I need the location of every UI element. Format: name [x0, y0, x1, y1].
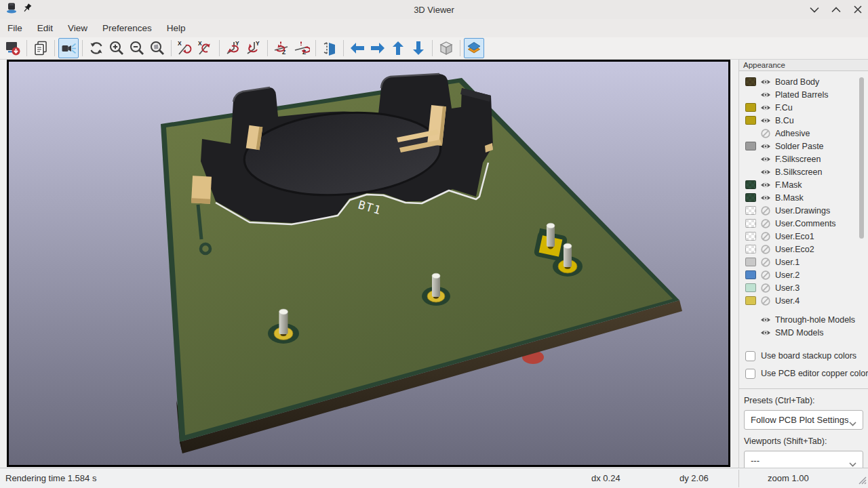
visibility-hidden-icon[interactable]	[760, 270, 771, 281]
move-up-button[interactable]	[388, 38, 408, 58]
redraw-button[interactable]	[86, 38, 106, 58]
export-image-button[interactable]	[3, 38, 23, 58]
rotate-x-counterclockwise-button[interactable]: X	[195, 38, 216, 58]
layer-row[interactable]: User.Eco2	[739, 243, 868, 256]
layer-row[interactable]: User.Eco1	[739, 230, 868, 243]
layer-color-swatch[interactable]	[745, 103, 756, 112]
menu-view[interactable]: View	[60, 20, 95, 36]
svg-text:X: X	[178, 40, 182, 47]
visibility-eye-icon[interactable]	[760, 180, 771, 190]
visibility-eye-icon[interactable]	[760, 314, 771, 325]
layer-row[interactable]: F.Cu	[739, 101, 868, 114]
layer-row[interactable]: User.Drawings	[739, 204, 868, 217]
copper-color-row[interactable]: Use PCB editor copper color	[739, 365, 868, 382]
visibility-hidden-icon[interactable]	[760, 296, 771, 306]
layer-color-swatch[interactable]	[745, 232, 756, 241]
presets-dropdown[interactable]: Follow PCB Plot Settings	[744, 410, 863, 430]
zoom-out-button[interactable]	[127, 38, 147, 58]
visibility-eye-icon[interactable]	[760, 141, 771, 152]
visibility-eye-icon[interactable]	[760, 167, 771, 178]
stackup-colors-row[interactable]: Use board stackup colors	[739, 347, 868, 365]
layer-color-swatch[interactable]	[745, 77, 756, 86]
stackup-colors-checkbox[interactable]	[745, 351, 755, 361]
visibility-eye-icon[interactable]	[760, 115, 771, 126]
visibility-hidden-icon[interactable]	[760, 205, 771, 216]
layer-row[interactable]: User.2	[739, 268, 868, 281]
toolbar-separator	[26, 40, 27, 56]
zoom-in-button[interactable]	[106, 38, 127, 58]
menu-help[interactable]: Help	[159, 20, 193, 36]
layer-color-swatch[interactable]	[745, 116, 756, 125]
layer-row[interactable]: Through-hole Models	[739, 313, 868, 326]
visibility-eye-icon[interactable]	[760, 102, 771, 113]
zoom-to-fit-button[interactable]	[147, 38, 167, 58]
layer-label: B.Silkscreen	[775, 167, 822, 177]
render-current-view-button[interactable]	[58, 38, 79, 58]
copper-color-checkbox[interactable]	[745, 369, 755, 379]
layer-label: User.1	[775, 258, 800, 267]
layer-row[interactable]: User.4	[739, 294, 868, 307]
layer-row[interactable]: User.3	[739, 281, 868, 294]
window-maximize-button[interactable]	[830, 3, 842, 16]
rotate-z-clockwise-button[interactable]: Z	[271, 38, 292, 58]
visibility-eye-icon[interactable]	[760, 89, 771, 100]
layer-row[interactable]: Board Body	[739, 75, 868, 88]
window-close-button[interactable]	[852, 3, 864, 16]
layer-row[interactable]: User.Comments	[739, 217, 868, 230]
layer-row[interactable]: SMD Models	[739, 326, 868, 339]
layer-row[interactable]: F.Silkscreen	[739, 152, 868, 165]
layer-row[interactable]: User.1	[739, 256, 868, 268]
rotate-y-counterclockwise-button[interactable]: Y	[243, 38, 264, 58]
statusbar-separator	[738, 470, 739, 487]
layer-color-swatch[interactable]	[745, 245, 756, 253]
visibility-hidden-icon[interactable]	[760, 128, 771, 139]
appearance-layers-button[interactable]	[464, 38, 484, 58]
layer-color-swatch[interactable]	[745, 180, 756, 189]
presets-value: Follow PCB Plot Settings	[751, 415, 849, 425]
visibility-hidden-icon[interactable]	[760, 244, 771, 255]
rotate-z-counterclockwise-button[interactable]: Z	[292, 38, 312, 58]
layer-row[interactable]: Adhesive	[739, 127, 868, 140]
visibility-hidden-icon[interactable]	[760, 218, 771, 229]
visibility-eye-icon[interactable]	[760, 77, 771, 87]
pin-icon[interactable]	[22, 3, 33, 16]
layer-color-swatch[interactable]	[745, 206, 756, 215]
viewport-3d[interactable]: BT1	[7, 60, 730, 467]
rotate-x-clockwise-button[interactable]: X	[175, 38, 195, 58]
window-shade-button[interactable]	[808, 3, 821, 16]
panel-scrollbar[interactable]	[859, 77, 864, 239]
layer-color-swatch[interactable]	[745, 270, 756, 279]
menu-edit[interactable]: Edit	[30, 20, 60, 36]
flip-board-button[interactable]	[319, 38, 340, 58]
visibility-eye-icon[interactable]	[760, 154, 771, 165]
copy-image-button[interactable]	[31, 38, 51, 58]
viewports-dropdown[interactable]: ---	[744, 451, 863, 468]
layer-label: SMD Models	[775, 328, 824, 338]
menu-file[interactable]: File	[0, 20, 30, 36]
layer-color-swatch[interactable]	[745, 142, 756, 150]
menu-preferences[interactable]: Preferences	[95, 20, 159, 36]
resize-grip[interactable]	[857, 475, 867, 487]
layer-color-swatch[interactable]	[745, 258, 756, 266]
layer-color-swatch[interactable]	[745, 219, 756, 228]
orthographic-projection-button[interactable]	[436, 38, 456, 58]
visibility-hidden-icon[interactable]	[760, 231, 771, 242]
visibility-hidden-icon[interactable]	[760, 257, 771, 268]
toolbar-separator	[432, 40, 433, 56]
move-right-button[interactable]	[368, 38, 388, 58]
layer-row[interactable]: B.Cu	[739, 114, 868, 127]
layer-row[interactable]: Solder Paste	[739, 140, 868, 152]
move-down-button[interactable]	[408, 38, 429, 58]
layer-row[interactable]: B.Silkscreen	[739, 165, 868, 178]
layer-row[interactable]: Plated Barrels	[739, 88, 868, 101]
layer-row[interactable]: B.Mask	[739, 191, 868, 204]
rotate-y-clockwise-button[interactable]: Y	[223, 38, 243, 58]
layer-color-swatch[interactable]	[745, 193, 756, 202]
visibility-eye-icon[interactable]	[760, 192, 771, 203]
layer-color-swatch[interactable]	[745, 296, 756, 305]
layer-color-swatch[interactable]	[745, 283, 756, 292]
move-left-button[interactable]	[347, 38, 368, 58]
layer-row[interactable]: F.Mask	[739, 178, 868, 191]
visibility-hidden-icon[interactable]	[760, 283, 771, 293]
visibility-eye-icon[interactable]	[760, 327, 771, 338]
